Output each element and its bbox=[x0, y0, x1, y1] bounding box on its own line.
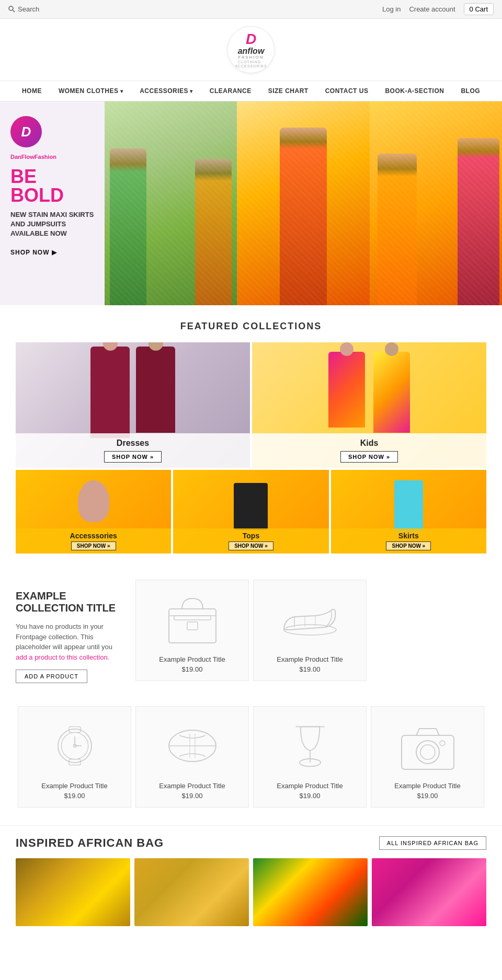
product-price-football: $19.00 bbox=[182, 792, 203, 800]
create-account-link[interactable]: Create account bbox=[409, 5, 455, 13]
featured-accessories[interactable]: Accesssories SHOP NOW » bbox=[16, 470, 171, 554]
hero-images bbox=[105, 101, 502, 305]
add-product-button[interactable]: ADD A PRODUCT bbox=[16, 670, 87, 683]
svg-line-1 bbox=[13, 10, 15, 13]
example-collection-text: EXAMPLE COLLECTION TITLE You have no pro… bbox=[16, 580, 133, 694]
top-bar: Search Log in Create account 0 Cart bbox=[0, 0, 502, 19]
hero-logo-badge: D bbox=[10, 116, 42, 147]
nav-home[interactable]: HOME bbox=[14, 81, 50, 101]
shoe-icon bbox=[279, 591, 341, 648]
logo-initial: D bbox=[228, 31, 274, 48]
nav-accessories[interactable]: ACCESSORIES bbox=[131, 81, 201, 101]
add-product-link[interactable]: add a product to this collection. bbox=[16, 653, 109, 661]
logo-area: D anflow FASHION CLOTHING · ACCESSORIES bbox=[0, 19, 502, 80]
hero-text: D DanFlowFashion BE BOLD NEW STAIN MAXI … bbox=[0, 101, 105, 305]
search-label: Search bbox=[18, 5, 39, 13]
product-title-lamp: Example Product Title bbox=[277, 782, 343, 790]
bag-thumb-4[interactable] bbox=[372, 858, 486, 926]
product-item-lamp: Example Product Title $19.00 bbox=[253, 706, 367, 808]
bag-images-row bbox=[16, 858, 486, 926]
product-title-shoe: Example Product Title bbox=[277, 655, 343, 663]
bag-icon bbox=[161, 591, 224, 648]
product-price-camera: $19.00 bbox=[417, 792, 438, 800]
featured-grid: Dresses SHOP NOW » Kids SHOP NOW » bbox=[0, 342, 502, 468]
hero-panel-1 bbox=[105, 101, 237, 305]
top-bar-actions: Log in Create account 0 Cart bbox=[382, 3, 494, 15]
tops-overlay: Tops SHOP NOW » bbox=[173, 528, 328, 554]
product-title-football: Example Product Title bbox=[159, 782, 225, 790]
african-bag-section: INSPIRED AFRICAN BAG ALL INSPIRED AFRICA… bbox=[0, 825, 502, 937]
dresses-shop-btn[interactable]: SHOP NOW » bbox=[104, 451, 162, 463]
hero-panel-2 bbox=[237, 101, 369, 305]
logo[interactable]: D anflow FASHION CLOTHING · ACCESSORIES bbox=[227, 26, 275, 75]
featured-section-title: FEATURED COLLECTIONS bbox=[0, 305, 502, 342]
hero-headline: BE BOLD bbox=[10, 167, 94, 205]
african-bag-title: INSPIRED AFRICAN BAG bbox=[16, 836, 164, 850]
nav-blog[interactable]: BLOG bbox=[452, 81, 488, 101]
search-icon bbox=[8, 6, 15, 13]
kids-overlay: Kids SHOP NOW » bbox=[252, 433, 486, 468]
accessories-shop-btn[interactable]: SHOP NOW » bbox=[71, 541, 116, 550]
products-row2: Example Product Title $19.00 Example Pro… bbox=[0, 699, 502, 825]
login-link[interactable]: Log in bbox=[382, 5, 401, 13]
svg-rect-3 bbox=[174, 616, 211, 620]
accessories-overlay: Accesssories SHOP NOW » bbox=[16, 528, 171, 554]
watch-icon bbox=[43, 717, 106, 775]
hero-logo-initial: D bbox=[21, 124, 31, 140]
product-price-shoe: $19.00 bbox=[300, 665, 321, 673]
bag-thumb-1[interactable] bbox=[16, 858, 130, 926]
camera-icon bbox=[396, 717, 459, 775]
product-price-lamp: $19.00 bbox=[300, 792, 321, 800]
dresses-label: Dresses bbox=[21, 439, 245, 448]
featured-tops[interactable]: Tops SHOP NOW » bbox=[173, 470, 328, 554]
product-item-football: Example Product Title $19.00 bbox=[135, 706, 249, 808]
hero-brand: DanFlowFashion bbox=[10, 154, 94, 160]
example-collection-title: EXAMPLE COLLECTION TITLE bbox=[16, 590, 123, 614]
hero-panel-3 bbox=[370, 101, 502, 305]
accessories-label: Accesssories bbox=[20, 532, 167, 540]
skirts-label: Skirts bbox=[335, 532, 482, 540]
logo-circle: D anflow FASHION CLOTHING · ACCESSORIES bbox=[227, 26, 275, 73]
football-icon bbox=[161, 717, 224, 775]
bag-thumb-3[interactable] bbox=[253, 858, 368, 926]
product-item-shoe: Example Product Title $19.00 bbox=[253, 580, 367, 681]
example-collection-section: EXAMPLE COLLECTION TITLE You have no pro… bbox=[0, 564, 502, 699]
product-price-bag: $19.00 bbox=[182, 665, 203, 673]
product-title-bag: Example Product Title bbox=[159, 655, 225, 663]
svg-rect-2 bbox=[169, 609, 216, 643]
all-bags-button[interactable]: ALL INSPIRED AFRICAN BAG bbox=[379, 836, 486, 850]
product-title-watch: Example Product Title bbox=[41, 782, 107, 790]
nav-size-chart[interactable]: SIZE CHART bbox=[260, 81, 317, 101]
product-title-camera: Example Product Title bbox=[394, 782, 460, 790]
nav-contact-us[interactable]: CONTACT US bbox=[317, 81, 377, 101]
bag-thumb-2[interactable] bbox=[134, 858, 249, 926]
cart-button[interactable]: 0 Cart bbox=[464, 3, 494, 15]
skirts-shop-btn[interactable]: SHOP NOW » bbox=[386, 541, 431, 550]
featured-kids[interactable]: Kids SHOP NOW » bbox=[252, 342, 486, 468]
svg-rect-5 bbox=[187, 622, 198, 630]
kids-label: Kids bbox=[257, 439, 481, 448]
featured-skirts[interactable]: Skirts SHOP NOW » bbox=[331, 470, 486, 554]
nav-women-clothes[interactable]: WOMEN CLOTHES bbox=[50, 81, 131, 101]
hero-banner: D DanFlowFashion BE BOLD NEW STAIN MAXI … bbox=[0, 101, 502, 305]
nav-clearance[interactable]: CLEARANCE bbox=[201, 81, 260, 101]
svg-point-26 bbox=[440, 741, 445, 746]
svg-point-0 bbox=[9, 6, 13, 10]
hero-subtext: NEW STAIN MAXI SKIRTS AND JUMPSUITS AVAI… bbox=[10, 210, 94, 239]
svg-point-25 bbox=[420, 745, 435, 759]
product-item-watch: Example Product Title $19.00 bbox=[18, 706, 131, 808]
lamp-icon bbox=[279, 717, 341, 775]
logo-inner: D anflow FASHION CLOTHING · ACCESSORIES bbox=[228, 31, 274, 68]
nav-book-section[interactable]: BOOK-A-SECTION bbox=[376, 81, 452, 101]
product-price-watch: $19.00 bbox=[64, 792, 85, 800]
main-nav: HOME WOMEN CLOTHES ACCESSORIES CLEARANCE… bbox=[0, 80, 502, 101]
featured-dresses[interactable]: Dresses SHOP NOW » bbox=[16, 342, 250, 468]
svg-point-24 bbox=[416, 741, 439, 764]
featured-row2: Accesssories SHOP NOW » Tops SHOP NOW » … bbox=[0, 468, 502, 554]
example-collection-desc: You have no products in your Frontpage c… bbox=[16, 621, 123, 662]
search-button[interactable]: Search bbox=[8, 5, 39, 13]
hero-cta[interactable]: SHOP NOW bbox=[10, 249, 57, 256]
tops-shop-btn[interactable]: SHOP NOW » bbox=[229, 541, 273, 550]
kids-shop-btn[interactable]: SHOP NOW » bbox=[340, 451, 398, 463]
skirts-overlay: Skirts SHOP NOW » bbox=[331, 528, 486, 554]
